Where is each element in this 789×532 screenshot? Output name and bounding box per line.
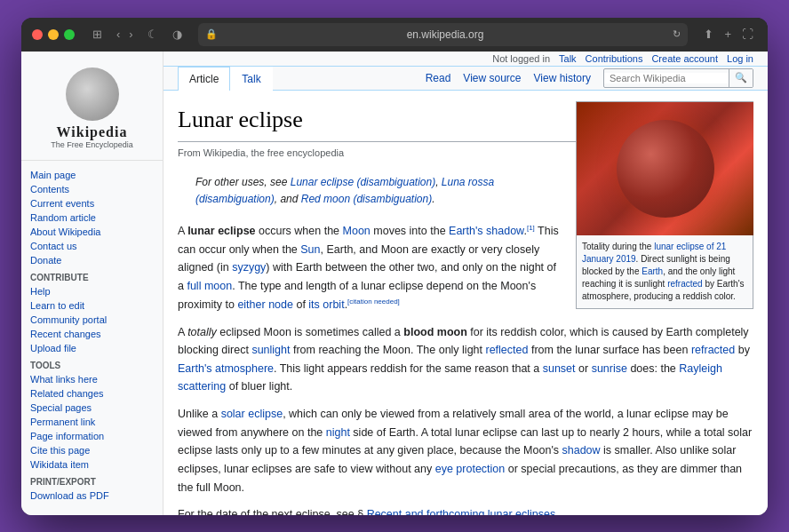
image-caption: Totality during the lunar eclipse of 21 …	[577, 235, 753, 308]
tab-article[interactable]: Article	[178, 67, 230, 91]
sidebar-link-help[interactable]: Help	[21, 284, 163, 298]
share-button[interactable]: ⬆	[700, 26, 717, 43]
back-button[interactable]: ‹	[113, 26, 124, 43]
search-input[interactable]	[604, 73, 729, 83]
wiki-sidebar: Wikipedia The Free Encyclopedia Main pag…	[21, 52, 163, 515]
lunar-eclipse-image: Totality during the lunar eclipse of 21 …	[576, 101, 753, 309]
close-button[interactable]	[32, 29, 43, 40]
link-sunset[interactable]: sunset	[543, 362, 576, 375]
wiki-logo-sub: The Free Encyclopedia	[51, 140, 133, 149]
sidebar-section-print: Print/export	[21, 472, 163, 488]
moon-icon[interactable]: ☾	[144, 26, 162, 43]
sidebar-link-download-pdf[interactable]: Download as PDF	[21, 488, 163, 503]
sidebar-link-wikidata[interactable]: Wikidata item	[21, 457, 163, 472]
sidebar-link-page-info[interactable]: Page information	[21, 429, 163, 443]
sidebar-link-donate[interactable]: Donate	[21, 253, 163, 267]
sidebar-link-current-events[interactable]: Current events	[21, 196, 163, 210]
login-link[interactable]: Log in	[727, 53, 753, 64]
new-tab-button[interactable]: +	[721, 26, 735, 43]
contributions-link[interactable]: Contributions	[586, 53, 643, 64]
sidebar-toggle-button[interactable]: ⊞	[89, 26, 106, 43]
sidebar-link-learn-edit[interactable]: Learn to edit	[21, 298, 163, 313]
link-sunlight[interactable]: sunlight	[251, 344, 290, 356]
user-bar: Not logged in Talk Contributions Create …	[163, 52, 768, 67]
browser-window: ⊞ ‹ › ☾ ◑ 🔒 en.wikipedia.org ↻ ⬆ + ⛶ Wik…	[21, 18, 768, 515]
link-syzygy[interactable]: syzygy	[232, 261, 266, 274]
sidebar-link-cite[interactable]: Cite this page	[21, 443, 163, 457]
link-night[interactable]: night	[326, 426, 350, 439]
sidebar-link-recent-changes[interactable]: Recent changes	[21, 327, 163, 341]
lock-icon: 🔒	[205, 28, 218, 40]
moon-circle	[617, 120, 714, 218]
link-forthcoming[interactable]: Recent and forthcoming lunar eclipses	[367, 508, 556, 514]
not-logged-in-text: Not logged in	[492, 53, 550, 64]
address-bar[interactable]: 🔒 en.wikipedia.org ↻	[198, 23, 689, 46]
sidebar-link-related-changes[interactable]: Related changes	[21, 386, 163, 401]
minimize-button[interactable]	[48, 29, 59, 40]
wiki-search-box[interactable]: 🔍	[603, 68, 753, 88]
action-read[interactable]: Read	[426, 72, 451, 84]
titlebar: ⊞ ‹ › ☾ ◑ 🔒 en.wikipedia.org ↻ ⬆ + ⛶	[21, 18, 768, 52]
toolbar-right: ⬆ + ⛶	[700, 26, 757, 43]
paragraph-4: For the date of the next eclipse, see § …	[178, 505, 753, 514]
caption-earth-link[interactable]: Earth	[642, 266, 663, 276]
sidebar-link-contact[interactable]: Contact us	[21, 239, 163, 253]
sidebar-link-main-page[interactable]: Main page	[21, 168, 163, 182]
action-view-source[interactable]: View source	[463, 72, 521, 84]
article-body: Totality during the lunar eclipse of 21 …	[163, 91, 768, 515]
link-orbit[interactable]: its orbit	[308, 298, 344, 311]
link-moon[interactable]: Moon	[343, 225, 371, 237]
search-button[interactable]: 🔍	[729, 69, 753, 87]
sidebar-link-permanent[interactable]: Permanent link	[21, 415, 163, 429]
hatnote-link3[interactable]: Red moon (disambiguation)	[301, 193, 432, 205]
link-eye-protection[interactable]: eye protection	[435, 463, 506, 475]
page-content: Not logged in Talk Contributions Create …	[163, 52, 768, 515]
link-sun[interactable]: Sun	[300, 243, 320, 256]
sidebar-link-special-pages[interactable]: Special pages	[21, 401, 163, 415]
hatnote-link1[interactable]: Lunar eclipse (disambiguation)	[291, 176, 435, 188]
link-either-node[interactable]: either node	[237, 298, 293, 311]
fullscreen-button[interactable]: ⛶	[738, 26, 757, 43]
link-full-moon[interactable]: full moon	[187, 280, 232, 292]
link-solar-eclipse[interactable]: solar eclipse	[221, 408, 283, 420]
caption-link[interactable]: lunar eclipse of 21 January 2019	[582, 242, 726, 264]
wiki-logo-text: Wikipedia	[57, 124, 128, 140]
link-refracted[interactable]: refracted	[691, 344, 735, 356]
sidebar-link-upload[interactable]: Upload file	[21, 341, 163, 355]
sidebar-link-community[interactable]: Community portal	[21, 313, 163, 327]
action-view-history[interactable]: View history	[534, 72, 591, 84]
caption-refracted-link[interactable]: refracted	[667, 279, 702, 289]
paragraph-2: A totally eclipsed Moon is sometimes cal…	[178, 323, 753, 397]
content-area: Wikipedia The Free Encyclopedia Main pag…	[21, 52, 768, 515]
image-placeholder	[577, 102, 753, 235]
sidebar-link-contents[interactable]: Contents	[21, 182, 163, 196]
traffic-lights	[32, 29, 75, 40]
link-reflected[interactable]: reflected	[486, 344, 529, 356]
link-earths-shadow[interactable]: Earth's shadow	[449, 225, 523, 237]
forward-button[interactable]: ›	[125, 26, 136, 43]
url-text: en.wikipedia.org	[223, 28, 668, 41]
sidebar-link-about[interactable]: About Wikipedia	[21, 225, 163, 239]
sidebar-link-random-article[interactable]: Random article	[21, 210, 163, 225]
sidebar-link-what-links[interactable]: What links here	[21, 372, 163, 386]
create-account-link[interactable]: Create account	[651, 53, 718, 64]
action-tabs-row: Read View source View history 🔍	[426, 68, 753, 88]
link-shadow[interactable]: shadow	[562, 444, 601, 457]
wiki-globe-logo	[66, 67, 119, 121]
maximize-button[interactable]	[64, 29, 75, 40]
shield-icon[interactable]: ◑	[169, 26, 186, 43]
sidebar-section-contribute: Contribute	[21, 267, 163, 284]
talk-link[interactable]: Talk	[559, 53, 577, 64]
link-sunrise[interactable]: sunrise	[592, 362, 627, 375]
article-tabs-row: Article Talk	[178, 67, 273, 90]
refresh-icon[interactable]: ↻	[673, 28, 681, 40]
paragraph-3: Unlike a solar eclipse, which can only b…	[178, 405, 753, 496]
sidebar-section-tools: Tools	[21, 355, 163, 372]
tab-talk[interactable]: Talk	[230, 67, 272, 91]
wiki-logo-area: Wikipedia The Free Encyclopedia	[21, 60, 163, 161]
link-earths-atm[interactable]: Earth's atmosphere	[178, 362, 274, 375]
